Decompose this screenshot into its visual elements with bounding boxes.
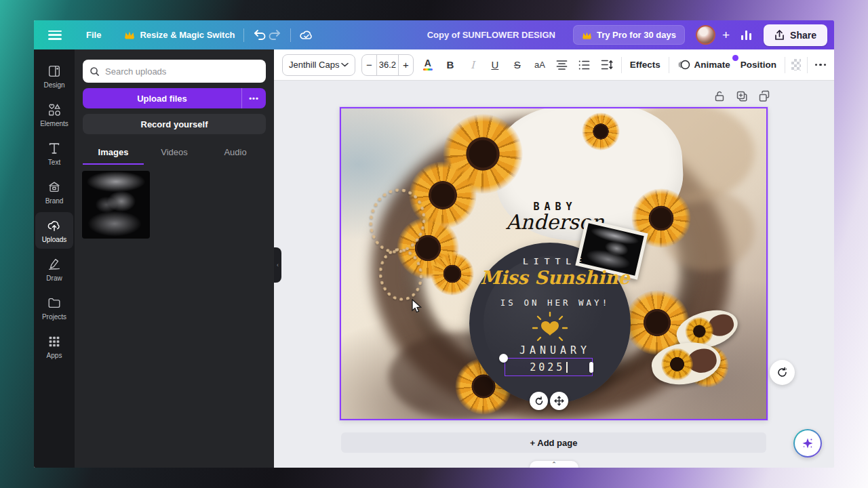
projects-folder-icon [47, 296, 62, 310]
font-size-increase-button[interactable]: + [399, 55, 413, 75]
text-align-button[interactable] [554, 55, 570, 75]
animate-button[interactable]: Animate [675, 60, 732, 70]
notification-dot [732, 55, 738, 61]
redo-icon[interactable] [267, 28, 282, 43]
text-surname[interactable]: Anderson [341, 210, 768, 234]
bullet-list-icon [578, 60, 590, 70]
draw-pen-icon [47, 257, 62, 272]
transparency-button[interactable] [791, 59, 801, 70]
upload-files-button[interactable]: Upload files ••• [83, 88, 266, 108]
file-menu[interactable]: File [86, 30, 101, 40]
font-family-select[interactable]: Jenthill Caps [282, 54, 355, 76]
font-size-stepper: − + [361, 54, 414, 76]
sidebar-item-design[interactable]: Design [35, 58, 73, 94]
bold-button[interactable]: B [442, 55, 458, 75]
insights-chart-icon[interactable] [739, 28, 754, 43]
uploads-cloud-icon [47, 218, 62, 233]
regenerate-button[interactable] [770, 360, 795, 385]
add-page-button[interactable]: + Add page [341, 432, 766, 453]
spacing-button[interactable] [599, 55, 615, 75]
page-controls [713, 90, 770, 102]
rotate-handle-button[interactable] [530, 392, 548, 410]
add-page-icon[interactable] [758, 90, 770, 102]
search-uploads-box[interactable] [83, 60, 266, 83]
try-pro-button[interactable]: Try Pro for 30 days [573, 25, 685, 45]
brand-icon [47, 180, 62, 195]
divider [243, 28, 244, 42]
uploaded-ultrasound-thumbnail[interactable] [82, 171, 150, 239]
sidebar-item-elements[interactable]: Elements [35, 96, 73, 133]
document-title[interactable]: Copy of SUNFLOWER DESIGN [427, 30, 555, 40]
panel-collapse-handle[interactable]: ‹ [274, 247, 281, 283]
editor-area: Jenthill Caps − + A B I U S aA [274, 49, 834, 468]
sidebar-item-draw[interactable]: Draw [35, 251, 73, 287]
selection-handle-right[interactable] [589, 362, 593, 373]
effects-button[interactable]: Effects [628, 60, 663, 70]
text-color-button[interactable]: A [420, 55, 436, 75]
sidebar-item-text[interactable]: Text [35, 135, 73, 171]
divider [807, 57, 808, 73]
add-member-icon[interactable]: + [722, 28, 730, 43]
upload-more-options-icon[interactable]: ••• [241, 88, 266, 108]
tab-audio[interactable]: Audio [205, 143, 266, 165]
top-bar-right: Copy of SUNFLOWER DESIGN Try Pro for 30 … [427, 24, 834, 46]
text-on-her-way[interactable]: IS ON HER WAY! [341, 298, 768, 308]
resize-magic-switch-button[interactable]: Resize & Magic Switch [124, 30, 235, 40]
design-page[interactable]: BABY Anderson LITTLE Miss Sunshine IS ON… [340, 107, 768, 420]
sun-heart-doodle [532, 312, 568, 346]
underline-button[interactable]: U [487, 55, 503, 75]
crown-icon [582, 31, 592, 39]
hamburger-menu-icon[interactable] [48, 30, 62, 40]
sidebar-item-brand[interactable]: Brand [35, 174, 73, 210]
sidebar-item-label: Text [48, 159, 60, 166]
position-button[interactable]: Position [738, 60, 778, 70]
text-toolbar: Jenthill Caps − + A B I U S aA [274, 49, 834, 80]
move-handle-button[interactable] [550, 392, 568, 410]
sunflower [582, 113, 620, 150]
refresh-icon [776, 367, 788, 378]
tab-images[interactable]: Images [83, 143, 144, 165]
left-sidebar: Design Elements Text Brand Uploads Draw [34, 49, 75, 468]
cloud-saved-icon [299, 28, 314, 43]
divider [669, 57, 669, 73]
undo-icon[interactable] [252, 28, 267, 43]
sidebar-item-label: Elements [40, 120, 68, 127]
sidebar-item-apps[interactable]: Apps [35, 328, 73, 365]
text-little[interactable]: LITTLE [341, 256, 768, 266]
text-case-button[interactable]: aA [532, 55, 548, 75]
font-size-decrease-button[interactable]: − [362, 55, 376, 75]
user-avatar[interactable] [696, 25, 715, 45]
resize-label: Resize & Magic Switch [140, 30, 235, 40]
elements-icon [47, 102, 62, 117]
move-icon [554, 396, 564, 406]
apps-grid-icon [47, 334, 62, 349]
duplicate-page-icon[interactable] [736, 90, 748, 102]
desktop-backdrop: File Resize & Magic Switch Copy of SUNFL… [0, 0, 868, 488]
try-pro-label: Try Pro for 30 days [597, 30, 676, 40]
selected-text-box[interactable]: 2025 [505, 358, 593, 376]
sidebar-item-label: Projects [42, 313, 66, 321]
font-name: Jenthill Caps [289, 60, 339, 70]
crown-icon [124, 30, 135, 39]
text-year[interactable]: 2025 [530, 361, 565, 373]
pages-toggle-pill[interactable]: ⌃ [530, 461, 578, 468]
share-button[interactable]: Share [764, 24, 827, 46]
sidebar-item-label: Design [43, 81, 64, 89]
divider [621, 57, 622, 73]
italic-button[interactable]: I [465, 55, 481, 75]
font-size-input[interactable] [377, 60, 398, 70]
text-miss-sunshine[interactable]: Miss Sunshine [341, 267, 768, 288]
magic-assistant-button[interactable] [793, 429, 822, 458]
strikethrough-button[interactable]: S [509, 55, 526, 75]
list-button[interactable] [576, 55, 593, 75]
selection-handle-left[interactable] [499, 354, 508, 363]
toolbar-more-button[interactable] [815, 64, 827, 66]
animate-icon [677, 60, 690, 70]
sidebar-item-projects[interactable]: Projects [35, 289, 73, 326]
search-uploads-input[interactable] [105, 66, 259, 77]
canva-app-window: File Resize & Magic Switch Copy of SUNFL… [34, 20, 834, 468]
lock-icon[interactable] [713, 90, 726, 102]
tab-videos[interactable]: Videos [144, 143, 205, 165]
record-yourself-button[interactable]: Record yourself [83, 114, 266, 134]
sidebar-item-uploads[interactable]: Uploads [35, 212, 73, 249]
